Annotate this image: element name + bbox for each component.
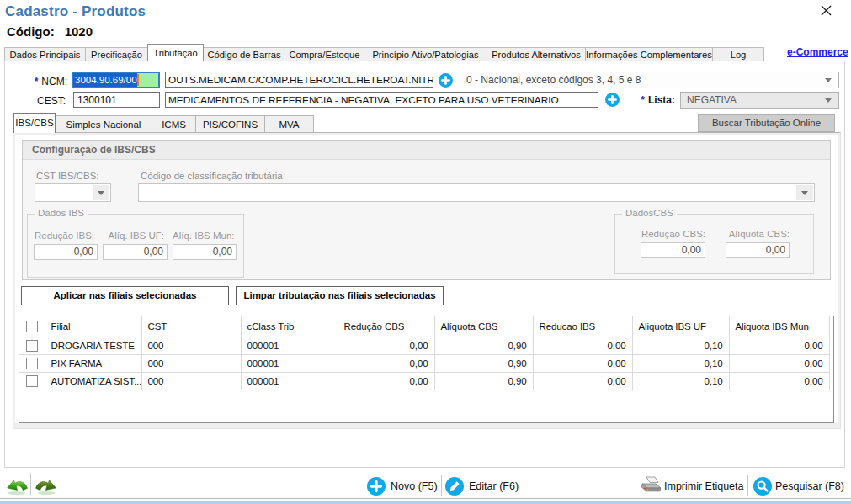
tax-tab-strip: IBS/CBS Simples Nacional ICMS PIS/COFINS… xyxy=(13,113,313,132)
tab-tributacao[interactable]: Tributação xyxy=(147,44,204,61)
text-caret xyxy=(137,74,139,86)
col-reducao-ibs: Reducao IBS xyxy=(533,316,632,337)
ncm-description-input[interactable]: OUTS.MEDICAM.C/COMP.HETEROCICL.HETEROAT.… xyxy=(165,72,433,88)
cell-reducao-ibs: 0,00 xyxy=(533,337,632,354)
dados-ibs-group: Dados IBS Redução IBS: Alíq. IBS UF: Alí… xyxy=(27,214,244,278)
cest-label: CEST: xyxy=(15,95,66,107)
chevron-down-icon xyxy=(796,185,813,200)
cell-filial: DROGARIA TESTE xyxy=(45,337,141,354)
config-ibs-cbs-panel: Configuração de IBS/CBS CST IBS/CBS: Cód… xyxy=(22,140,831,280)
cell-cst: 000 xyxy=(141,372,241,390)
cest-add-button[interactable] xyxy=(605,93,620,107)
bottom-divider xyxy=(0,498,851,499)
novo-label[interactable]: Novo (F5) xyxy=(391,480,438,492)
tab-principio-ativo-patologias[interactable]: Princípio Ativo/Patologias xyxy=(364,47,487,61)
reducao-ibs-input[interactable]: 0,00 xyxy=(34,244,98,260)
grid-row-automatiza[interactable]: AUTOMATIZA SIST... 000 000001 0,00 0,90 … xyxy=(19,372,829,390)
aliq-ibs-uf-label: Alíq. IBS UF: xyxy=(103,231,164,241)
ncm-origin-dropdown[interactable]: 0 - Nacional, exceto códigos 3, 4, 5 e 8 xyxy=(460,72,839,88)
col-cst: CST xyxy=(141,316,241,337)
cell-filial: PIX FARMA xyxy=(45,354,141,372)
main-tab-strip: Dados Principais Precificação Tributação… xyxy=(4,44,763,61)
ncm-selected-text: 3004.90.69/00 xyxy=(73,73,137,87)
cst-ibs-cbs-combo[interactable] xyxy=(35,183,111,202)
select-all-checkbox[interactable] xyxy=(26,321,38,332)
buscar-tributacao-online-button[interactable]: Buscar Tributação Online xyxy=(698,114,835,132)
imprimir-etiqueta-button[interactable] xyxy=(640,476,662,494)
subtab-mva[interactable]: MVA xyxy=(264,115,314,132)
chevron-down-icon xyxy=(825,98,832,103)
col-reducao-cbs: Redução CBS xyxy=(338,316,434,337)
plus-icon xyxy=(367,477,386,496)
col-aliquota-cbs: Alíquota CBS xyxy=(434,316,533,337)
codigo-label: Código: xyxy=(7,24,55,39)
tab-codigo-de-barras[interactable]: Código de Barras xyxy=(203,47,285,61)
footer-separator xyxy=(747,475,748,496)
lista-dropdown[interactable]: NEGATIVA xyxy=(680,92,839,109)
ncm-input[interactable]: 3004.90.69/00 xyxy=(72,72,160,88)
subtab-pis-cofins[interactable]: PIS/COFINS xyxy=(195,115,265,132)
reducao-cbs-input[interactable]: 0,00 xyxy=(641,242,705,258)
footer-separator xyxy=(30,474,31,495)
cest-description-input[interactable]: MEDICAMENTOS DE REFERENCIA - NEGATIVA, E… xyxy=(165,92,598,108)
col-filial: Filial xyxy=(45,316,141,337)
aliquota-cbs-input[interactable]: 0,00 xyxy=(726,242,790,258)
tab-precificacao[interactable]: Precificação xyxy=(85,47,148,61)
aplicar-filiais-button[interactable]: Aplicar nas filiais selecionadas xyxy=(21,286,229,305)
bottom-blue-strip xyxy=(0,501,851,504)
cell-aliquota-cbs: 0,90 xyxy=(434,372,533,390)
close-button[interactable] xyxy=(821,4,836,19)
aliq-ibs-mun-input[interactable]: 0,00 xyxy=(173,244,237,260)
col-cclass-trib: cClass Trib xyxy=(241,316,338,337)
subtab-ibs-cbs[interactable]: IBS/CBS xyxy=(13,113,56,133)
cell-cclass: 000001 xyxy=(241,337,338,354)
redo-button[interactable] xyxy=(35,476,57,496)
cclass-combo[interactable] xyxy=(138,183,815,202)
editar-button[interactable] xyxy=(445,477,464,496)
cst-ibs-cbs-label: CST IBS/CBS: xyxy=(36,171,99,181)
dados-cbs-group: DadosCBS Redução CBS: Alíquota CBS: 0,00… xyxy=(614,214,814,274)
pesquisar-button[interactable] xyxy=(753,477,772,496)
tab-informacoes-complementares[interactable]: Informações Complementares xyxy=(585,47,713,61)
cell-aliquota-ibs-mun: 0,00 xyxy=(729,337,829,354)
ecommerce-link[interactable]: e-Commerce xyxy=(787,46,848,58)
tab-dados-principais[interactable]: Dados Principais xyxy=(4,47,86,61)
lista-required-marker: * xyxy=(641,94,645,106)
printer-icon xyxy=(640,476,662,494)
undo-button[interactable] xyxy=(6,476,29,496)
reducao-ibs-label: Redução IBS: xyxy=(34,231,94,241)
cell-cclass: 000001 xyxy=(241,354,338,372)
imprimir-etiqueta-label[interactable]: Imprimir Etiqueta xyxy=(664,480,743,492)
tab-produtos-alternativos[interactable]: Produtos Alternativos xyxy=(487,47,586,61)
grid-row-drogaria-teste[interactable]: DROGARIA TESTE 000 000001 0,00 0,90 0,00… xyxy=(19,337,829,354)
ncm-label: *NCM: xyxy=(15,76,67,88)
cell-aliquota-ibs-uf: 0,10 xyxy=(632,372,729,390)
col-aliquota-ibs-mun: Aliquota IBS Mun xyxy=(729,316,829,337)
undo-arrow-icon xyxy=(6,476,29,496)
tab-compra-estoque[interactable]: Compra/Estoque xyxy=(285,47,364,61)
row-checkbox[interactable] xyxy=(26,358,38,369)
cell-cst: 000 xyxy=(141,354,241,372)
novo-button[interactable] xyxy=(367,477,386,496)
aliq-ibs-uf-input[interactable]: 0,00 xyxy=(103,244,168,260)
pencil-icon xyxy=(445,477,464,496)
cest-input[interactable]: 1300101 xyxy=(73,92,160,108)
search-icon xyxy=(753,477,772,496)
limpar-tributacao-button[interactable]: Limpar tributação nas filiais selecionad… xyxy=(236,286,444,305)
pesquisar-label[interactable]: Pesquisar (F8) xyxy=(775,480,844,492)
subtab-simples-nacional[interactable]: Simples Nacional xyxy=(55,115,152,132)
dados-ibs-legend: Dados IBS xyxy=(35,208,88,218)
grid-row-pix-farma[interactable]: PIX FARMA 000 000001 0,00 0,90 0,00 0,10… xyxy=(19,354,829,372)
cell-reducao-ibs: 0,00 xyxy=(533,354,632,372)
window-title: Cadastro - Produtos xyxy=(5,3,146,20)
subtab-icms[interactable]: ICMS xyxy=(152,115,196,132)
aliquota-cbs-label: Alíquota CBS: xyxy=(726,229,790,239)
row-checkbox[interactable] xyxy=(26,375,38,387)
config-panel-title: Configuração de IBS/CBS xyxy=(23,141,830,160)
ncm-add-button[interactable] xyxy=(439,73,453,88)
editar-label[interactable]: Editar (F6) xyxy=(469,480,519,492)
tab-log[interactable]: Log xyxy=(712,47,764,61)
chevron-down-icon xyxy=(93,185,109,200)
row-checkbox[interactable] xyxy=(26,340,38,352)
codigo-value: 1020 xyxy=(65,24,93,39)
